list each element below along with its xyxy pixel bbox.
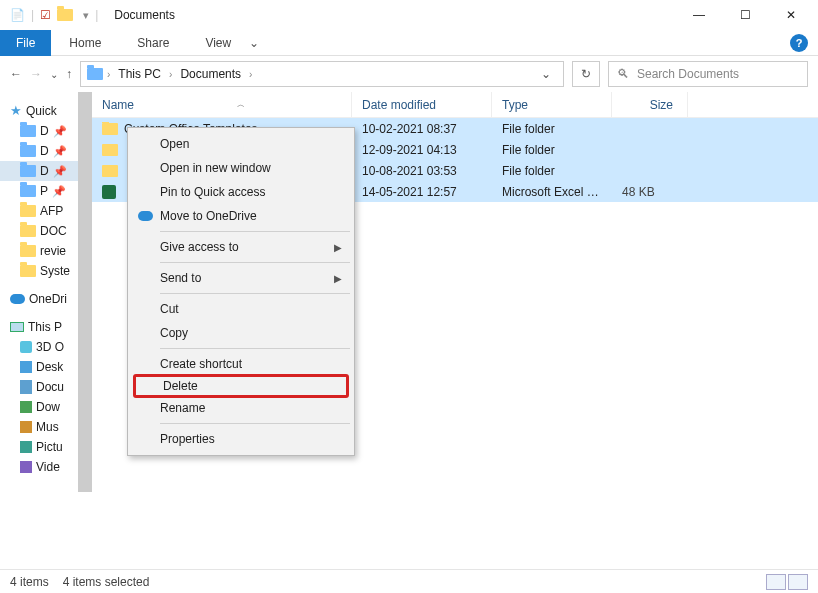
sidebar-item-label: Syste [40, 264, 70, 278]
file-icon [102, 185, 116, 199]
search-input[interactable]: 🔍︎ Search Documents [608, 61, 808, 87]
column-header-size[interactable]: Size [612, 92, 688, 118]
address-bar[interactable]: › This PC › Documents › ⌄ [80, 61, 564, 87]
qat-checkbox-icon[interactable]: ☑ [40, 8, 51, 22]
file-type: File folder [492, 143, 612, 157]
context-menu-item[interactable]: Properties [130, 427, 352, 451]
sidebar-item-label: Pictu [36, 440, 63, 454]
file-tab[interactable]: File [0, 30, 51, 56]
help-button[interactable]: ? [790, 34, 808, 52]
context-menu: OpenOpen in new windowPin to Quick acces… [127, 127, 355, 456]
sidebar-item-label: P [40, 184, 48, 198]
file-date: 10-08-2021 03:53 [352, 164, 492, 178]
library-icon [20, 401, 32, 413]
search-placeholder: Search Documents [637, 67, 739, 81]
star-icon: ★ [10, 103, 22, 118]
qat-properties-icon[interactable]: 📄 [10, 8, 25, 22]
context-menu-item[interactable]: Create shortcut [130, 352, 352, 376]
folder-icon [20, 205, 36, 217]
file-date: 14-05-2021 12:57 [352, 185, 492, 199]
scrollbar[interactable] [78, 92, 92, 492]
nav-back-button[interactable]: ← [10, 67, 22, 81]
pc-icon [10, 322, 24, 332]
context-menu-item[interactable]: Move to OneDrive [130, 204, 352, 228]
maximize-button[interactable]: ☐ [722, 1, 768, 29]
breadcrumb[interactable]: Documents [176, 67, 245, 81]
context-menu-label: Cut [160, 302, 179, 316]
file-date: 10-02-2021 08:37 [352, 122, 492, 136]
tab-home[interactable]: Home [51, 36, 119, 50]
qat-divider: | [95, 8, 98, 22]
sidebar-item-label: Quick [26, 104, 57, 118]
tab-share[interactable]: Share [119, 36, 187, 50]
refresh-button[interactable]: ↻ [572, 61, 600, 87]
drive-icon [20, 125, 36, 137]
sidebar-item-label: Dow [36, 400, 60, 414]
file-icon [102, 144, 118, 156]
qat-divider: | [31, 8, 34, 22]
pin-icon: 📌 [53, 125, 67, 138]
context-menu-item[interactable]: Cut [130, 297, 352, 321]
chevron-right-icon[interactable]: › [169, 69, 172, 80]
breadcrumb[interactable]: This PC [114, 67, 165, 81]
qat-dropdown-icon[interactable]: ▾ [83, 9, 89, 22]
sidebar-item-label: D [40, 144, 49, 158]
context-menu-item[interactable]: Rename [130, 396, 352, 420]
library-icon [20, 421, 32, 433]
tab-view[interactable]: View [187, 36, 249, 50]
nav-up-button[interactable]: ↑ [66, 67, 72, 81]
context-menu-item[interactable]: Copy [130, 321, 352, 345]
context-menu-label: Give access to [160, 240, 239, 254]
context-menu-label: Open in new window [160, 161, 271, 175]
context-menu-item[interactable]: Pin to Quick access [130, 180, 352, 204]
qat-folder-icon[interactable] [57, 9, 73, 21]
close-button[interactable]: ✕ [768, 1, 814, 29]
sidebar-item-label: DOC [40, 224, 67, 238]
file-type: File folder [492, 164, 612, 178]
sidebar-item-label: Mus [36, 420, 59, 434]
sidebar-item-label: OneDri [29, 292, 67, 306]
folder-icon [20, 265, 36, 277]
sidebar-item-label: AFP [40, 204, 63, 218]
library-icon [20, 380, 32, 394]
column-label: Size [650, 98, 673, 112]
pin-icon: 📌 [52, 185, 66, 198]
column-header-type[interactable]: Type [492, 92, 612, 118]
context-menu-label: Properties [160, 432, 215, 446]
chevron-right-icon[interactable]: › [107, 69, 110, 80]
sidebar-item-label: Desk [36, 360, 63, 374]
navigation-pane[interactable]: ★ Quick D 📌D 📌D 📌P 📌 AFPDOCrevieSyste On… [0, 92, 92, 562]
context-menu-label: Copy [160, 326, 188, 340]
context-menu-label: Delete [163, 379, 198, 393]
nav-forward-button[interactable]: → [30, 67, 42, 81]
context-menu-separator [160, 423, 350, 424]
view-large-button[interactable] [788, 574, 808, 590]
chevron-right-icon: ▶ [334, 242, 342, 253]
view-details-button[interactable] [766, 574, 786, 590]
pin-icon: 📌 [53, 145, 67, 158]
column-header-name[interactable]: Name ︿ [92, 92, 352, 118]
library-icon [20, 341, 32, 353]
context-menu-item[interactable]: Give access to▶ [130, 235, 352, 259]
column-header-date[interactable]: Date modified [352, 92, 492, 118]
ribbon-collapse-icon[interactable]: ⌄ [249, 36, 259, 50]
sort-indicator-icon: ︿ [237, 99, 245, 110]
file-size: 48 KB [612, 185, 688, 199]
chevron-right-icon[interactable]: › [249, 69, 252, 80]
search-icon: 🔍︎ [617, 67, 629, 81]
context-menu-label: Rename [160, 401, 205, 415]
context-menu-item[interactable]: Open [130, 132, 352, 156]
library-icon [20, 441, 32, 453]
minimize-button[interactable]: — [676, 1, 722, 29]
context-menu-item[interactable]: Open in new window [130, 156, 352, 180]
cloud-icon [10, 294, 25, 304]
folder-icon [20, 245, 36, 257]
context-menu-item[interactable]: Delete [133, 374, 349, 398]
sidebar-item-label: Docu [36, 380, 64, 394]
nav-recent-dropdown[interactable]: ⌄ [50, 69, 58, 80]
addr-history-dropdown[interactable]: ⌄ [535, 67, 557, 81]
cloud-icon [138, 211, 153, 221]
status-item-count: 4 items [10, 575, 49, 589]
context-menu-item[interactable]: Send to▶ [130, 266, 352, 290]
column-label: Date modified [362, 98, 436, 112]
